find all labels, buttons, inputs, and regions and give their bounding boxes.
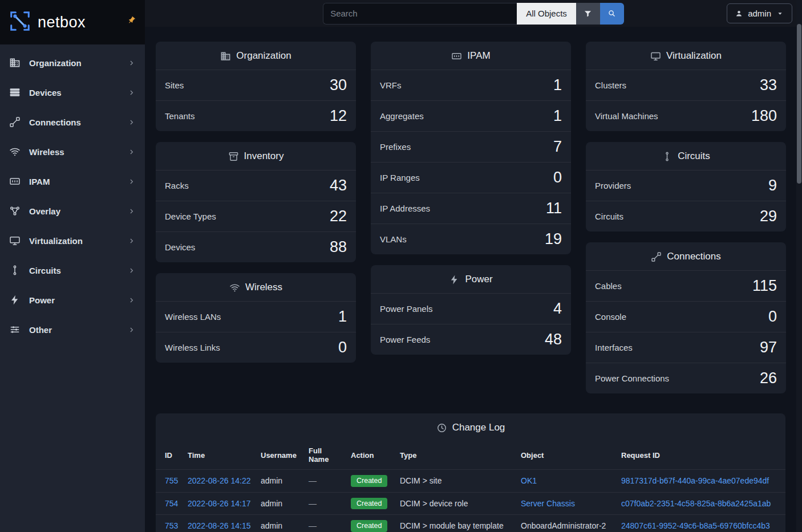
sidebar-item-overlay[interactable]: Overlay [0, 196, 145, 226]
search-button[interactable] [600, 3, 624, 25]
sidebar-nav: Organization Devices Connections Wireles… [0, 44, 145, 348]
search-icon [607, 9, 616, 18]
pin-icon[interactable] [125, 14, 137, 26]
stat-row-sites[interactable]: Sites 30 [156, 70, 356, 100]
sidebar-item-label: Organization [29, 58, 127, 68]
stat-row-power-connections[interactable]: Power Connections 26 [586, 363, 786, 393]
card-title: Circuits [678, 151, 710, 162]
stat-label: Interfaces [595, 343, 633, 352]
changelog-request-link[interactable]: 24807c61-9952-49c6-b8a5-69760bfcc4b3 [621, 521, 770, 530]
stat-row-prefixes[interactable]: Prefixes 7 [371, 131, 571, 162]
stat-label: Power Feeds [380, 335, 430, 344]
filter-button[interactable] [576, 3, 600, 25]
sidebar-item-wireless[interactable]: Wireless [0, 137, 145, 166]
stat-value: 19 [545, 230, 562, 248]
stat-label: IP Addresses [380, 204, 430, 213]
card-header: Circuits [586, 142, 786, 170]
changelog-time-link[interactable]: 2022-08-26 14:22 [188, 476, 251, 485]
stat-row-ip-ranges[interactable]: IP Ranges 0 [371, 162, 571, 193]
changelog-object-link[interactable]: Server Chassis [521, 499, 575, 508]
changelog-id-link[interactable]: 755 [165, 476, 178, 485]
stat-row-aggregates[interactable]: Aggregates 1 [371, 100, 571, 131]
sidebar-item-ipam[interactable]: IPAM [0, 166, 145, 196]
circuits-card: Circuits Providers 9 Circuits 29 [586, 142, 786, 232]
search-scope-button[interactable]: All Objects [517, 3, 576, 25]
chevron-right-icon [127, 237, 136, 245]
user-menu[interactable]: admin [727, 3, 792, 23]
stat-label: Device Types [165, 212, 216, 221]
stat-row-wireless-lans[interactable]: Wireless LANs 1 [156, 301, 356, 332]
col-request-id: Request ID [617, 441, 785, 470]
stat-row-ip-addresses[interactable]: IP Addresses 11 [371, 193, 571, 224]
changelog-id-link[interactable]: 754 [165, 499, 178, 508]
cable-icon [651, 251, 662, 262]
stat-row-wireless-links[interactable]: Wireless Links 0 [156, 332, 356, 363]
chevron-right-icon [127, 177, 136, 186]
changelog-time-link[interactable]: 2022-08-26 14:15 [188, 521, 251, 530]
changelog-row: 754 2022-08-26 14:17 admin — Created DCI… [156, 492, 785, 515]
changelog-object-link[interactable]: OK1 [521, 476, 537, 485]
changelog-type: DCIM > module bay template [400, 521, 504, 530]
stat-row-clusters[interactable]: Clusters 33 [586, 70, 786, 100]
scrollbar-thumb[interactable] [797, 24, 801, 184]
changelog-username: admin [261, 499, 282, 508]
changelog-request-link[interactable]: c07f0ab2-2351-4c58-825a-8b6a2425a1ab [621, 499, 771, 508]
stat-row-tenants[interactable]: Tenants 12 [156, 100, 356, 131]
changelog-username: admin [261, 476, 282, 485]
card-title: Organization [236, 50, 291, 62]
changelog-request-link[interactable]: 9817317d-b67f-440a-99ca-4ae07ede94df [621, 476, 769, 485]
col-username: Username [256, 441, 304, 470]
dashboard-content: Organization Sites 30 Tenants 12 Invento… [145, 27, 802, 532]
box-icon [228, 151, 239, 162]
col-object: Object [516, 441, 617, 470]
stat-row-virtual-machines[interactable]: Virtual Machines 180 [586, 100, 786, 131]
stat-row-power-feeds[interactable]: Power Feeds 48 [371, 324, 571, 355]
sidebar-item-circuits[interactable]: Circuits [0, 255, 145, 285]
stat-label: Prefixes [380, 142, 411, 152]
chevron-right-icon [127, 296, 136, 304]
power-card: Power Power Panels 4 Power Feeds 48 [371, 265, 571, 355]
counter-icon [9, 176, 21, 187]
sidebar-item-devices[interactable]: Devices [0, 78, 145, 107]
stat-value: 4 [553, 300, 562, 318]
stat-row-racks[interactable]: Racks 43 [156, 170, 356, 201]
organization-card: Organization Sites 30 Tenants 12 [156, 42, 356, 131]
stat-label: Wireless LANs [165, 312, 221, 322]
card-header: Connections [586, 242, 786, 270]
sliders-icon [9, 324, 21, 335]
chevron-right-icon [127, 266, 136, 275]
stat-row-devices[interactable]: Devices 88 [156, 232, 356, 262]
card-header: Wireless [156, 273, 356, 301]
action-badge: Created [351, 520, 387, 532]
connections-icon [9, 116, 21, 128]
sidebar-item-virtualization[interactable]: Virtualization [0, 226, 145, 255]
stat-value: 29 [760, 208, 777, 225]
stat-row-vrfs[interactable]: VRFs 1 [371, 70, 571, 100]
sidebar-item-organization[interactable]: Organization [0, 48, 145, 78]
card-title: IPAM [467, 50, 490, 62]
stat-value: 88 [330, 238, 347, 256]
sidebar-item-other[interactable]: Other [0, 315, 145, 344]
brand-name[interactable]: netbox [38, 14, 86, 31]
stat-value: 48 [545, 331, 562, 348]
col-action: Action [346, 441, 395, 470]
changelog-object: OnboardAdministrator-2 [521, 521, 606, 530]
netbox-logo-icon[interactable] [8, 9, 32, 35]
stat-row-interfaces[interactable]: Interfaces 97 [586, 332, 786, 363]
stat-value: 97 [760, 339, 777, 356]
stat-row-device-types[interactable]: Device Types 22 [156, 201, 356, 232]
stat-row-circuits[interactable]: Circuits 29 [586, 201, 786, 232]
changelog-time-link[interactable]: 2022-08-26 14:17 [188, 499, 251, 508]
search-input[interactable] [323, 3, 517, 25]
changelog-row: 755 2022-08-26 14:22 admin — Created DCI… [156, 470, 785, 493]
stat-row-power-panels[interactable]: Power Panels 4 [371, 293, 571, 324]
col-id: ID [156, 441, 183, 470]
stat-row-providers[interactable]: Providers 9 [586, 170, 786, 201]
changelog-table: ID Time Username Full Name Action Type O… [156, 441, 785, 532]
sidebar-item-connections[interactable]: Connections [0, 107, 145, 137]
changelog-id-link[interactable]: 753 [165, 521, 178, 530]
stat-row-console[interactable]: Console 0 [586, 301, 786, 332]
stat-row-vlans[interactable]: VLANs 19 [371, 224, 571, 254]
sidebar-item-power[interactable]: Power [0, 285, 145, 315]
stat-row-cables[interactable]: Cables 115 [586, 270, 786, 301]
